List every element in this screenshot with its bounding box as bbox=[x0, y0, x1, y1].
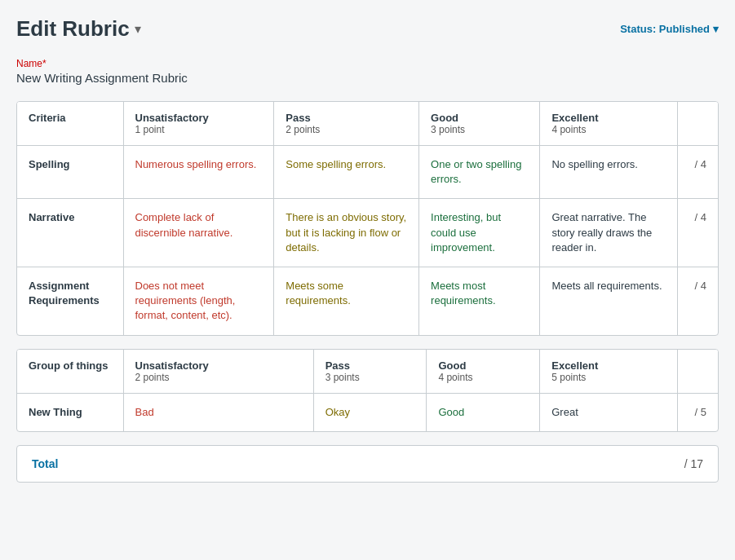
requirements-pass: Meets some requirements. bbox=[274, 267, 419, 334]
spelling-score: / 4 bbox=[677, 146, 718, 199]
narrative-excellent: Great narrative. The story really draws … bbox=[540, 199, 677, 267]
header-unsatisfactory-1: Unsatisfactory 1 point bbox=[123, 102, 274, 146]
spelling-unsatisfactory: Numerous spelling errors. bbox=[123, 146, 274, 199]
new-thing-good: Good bbox=[427, 393, 540, 431]
new-thing-excellent: Great bbox=[540, 393, 677, 431]
page-header: Edit Rubric ▾ Status: Published ▾ bbox=[16, 16, 719, 42]
criteria-spelling: Spelling bbox=[17, 146, 123, 199]
header-left: Edit Rubric ▾ bbox=[16, 16, 141, 42]
name-field-label: Name* bbox=[16, 58, 719, 69]
status-badge[interactable]: Status: Published ▾ bbox=[620, 23, 719, 35]
narrative-score: / 4 bbox=[677, 199, 718, 267]
title-dropdown-icon[interactable]: ▾ bbox=[135, 21, 141, 37]
page-title: Edit Rubric bbox=[16, 16, 130, 42]
rubric-section-2: Group of things Unsatisfactory 2 points … bbox=[16, 349, 719, 432]
total-score: / 17 bbox=[684, 457, 703, 470]
new-thing-score: / 5 bbox=[677, 393, 718, 431]
criteria-requirements: Assignment Requirements bbox=[17, 267, 123, 334]
table-row: Assignment Requirements Does not meet re… bbox=[17, 267, 718, 334]
header-score-2 bbox=[677, 350, 718, 394]
spelling-pass: Some spelling errors. bbox=[274, 146, 419, 199]
header-criteria-1: Criteria bbox=[17, 102, 123, 146]
criteria-new-thing: New Thing bbox=[17, 393, 123, 431]
narrative-good: Interesting, but could use improvement. bbox=[419, 199, 540, 267]
requirements-good: Meets most requirements. bbox=[419, 267, 540, 334]
requirements-unsatisfactory: Does not meet requirements (length, form… bbox=[123, 267, 274, 334]
header-criteria-2: Group of things bbox=[17, 350, 123, 394]
table-row: New Thing Bad Okay Good Great / 5 bbox=[17, 393, 718, 431]
requirements-score: / 4 bbox=[677, 267, 718, 334]
total-row: Total / 17 bbox=[16, 445, 719, 483]
criteria-narrative: Narrative bbox=[17, 199, 123, 267]
header-pass-1: Pass 2 points bbox=[274, 102, 419, 146]
header-good-1: Good 3 points bbox=[419, 102, 540, 146]
requirements-excellent: Meets all requirements. bbox=[540, 267, 677, 334]
rubric-section-1: Criteria Unsatisfactory 1 point Pass 2 p… bbox=[16, 101, 719, 336]
header-excellent-1: Excellent 4 points bbox=[540, 102, 677, 146]
total-label: Total bbox=[32, 457, 58, 470]
header-pass-2: Pass 3 points bbox=[313, 350, 427, 394]
page-wrapper: Edit Rubric ▾ Status: Published ▾ Name* … bbox=[16, 16, 719, 483]
table-row: Narrative Complete lack of discernible n… bbox=[17, 199, 718, 267]
narrative-pass: There is an obvious story, but it is lac… bbox=[274, 199, 419, 267]
header-good-2: Good 4 points bbox=[427, 350, 540, 394]
spelling-good: One or two spelling errors. bbox=[419, 146, 540, 199]
spelling-excellent: No spelling errors. bbox=[540, 146, 677, 199]
new-thing-pass: Okay bbox=[313, 393, 427, 431]
header-score-1 bbox=[677, 102, 718, 146]
header-excellent-2: Excellent 5 points bbox=[540, 350, 677, 394]
table-row: Spelling Numerous spelling errors. Some … bbox=[17, 146, 718, 199]
header-unsatisfactory-2: Unsatisfactory 2 points bbox=[123, 350, 313, 394]
narrative-unsatisfactory: Complete lack of discernible narrative. bbox=[123, 199, 274, 267]
new-thing-unsatisfactory: Bad bbox=[123, 393, 313, 431]
rubric-name: New Writing Assignment Rubric bbox=[16, 71, 719, 85]
